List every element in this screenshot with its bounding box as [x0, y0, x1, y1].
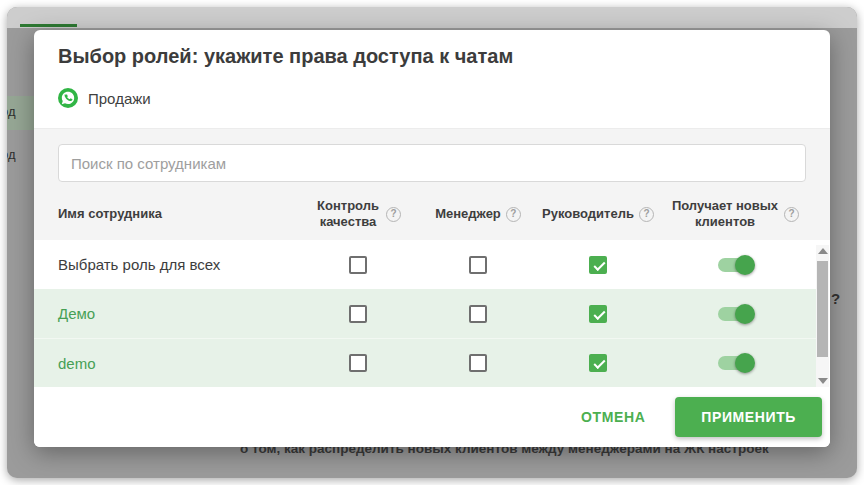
supervisor-checkbox[interactable]	[589, 354, 607, 372]
table-row: demo	[34, 338, 818, 387]
manager-checkbox[interactable]	[469, 256, 487, 274]
scroll-down-icon[interactable]	[818, 378, 828, 384]
table-row: Демо	[34, 289, 818, 338]
quality-control-checkbox[interactable]	[349, 354, 367, 372]
search-and-header-section: Имя сотрудника Контроль качества ? Менед…	[34, 128, 830, 240]
active-tab-indicator	[20, 24, 77, 27]
background-tab-bar	[7, 7, 857, 28]
cancel-button[interactable]: ОТМЕНА	[581, 409, 645, 425]
receives-new-clients-toggle[interactable]	[718, 258, 752, 272]
table-body: Выбрать роль для всех Демо demo	[34, 240, 830, 388]
help-icon[interactable]: ?	[506, 207, 521, 222]
quality-control-checkbox[interactable]	[349, 305, 367, 323]
column-label: Руководитель	[542, 206, 634, 222]
column-header-quality-control: Контроль качества ?	[304, 198, 412, 231]
receives-new-clients-toggle[interactable]	[718, 356, 752, 370]
employee-search-input[interactable]	[58, 144, 806, 182]
table-row: Выбрать роль для всех	[34, 240, 818, 289]
manager-checkbox[interactable]	[469, 305, 487, 323]
apply-button[interactable]: ПРИМЕНИТЬ	[675, 397, 822, 437]
employee-name: demo	[34, 355, 304, 372]
column-label: Менеджер	[435, 206, 501, 222]
scrollbar-thumb[interactable]	[817, 261, 828, 357]
whatsapp-icon	[58, 88, 78, 108]
channel-row: Продажи	[58, 88, 151, 108]
background-text-fragment: од	[7, 104, 16, 119]
table-scrollbar[interactable]	[816, 245, 829, 387]
background-text-fragment: од	[7, 147, 16, 162]
role-selection-dialog: Выбор ролей: укажите права доступа к чат…	[34, 30, 830, 447]
employee-name: Выбрать роль для всех	[34, 256, 304, 273]
column-header-manager: Менеджер ?	[412, 206, 544, 222]
table-header-row: Имя сотрудника Контроль качества ? Менед…	[34, 189, 818, 239]
background-help-glyph: ?	[831, 290, 840, 307]
column-label: Получает новых клиентов	[671, 198, 779, 231]
quality-control-checkbox[interactable]	[349, 256, 367, 274]
column-label: Имя сотрудника	[58, 206, 162, 222]
toggle-knob	[735, 304, 755, 324]
screen: од од ? о том, как распределить новых кл…	[0, 0, 864, 485]
employee-name: Демо	[34, 305, 304, 322]
dialog-footer: ОТМЕНА ПРИМЕНИТЬ	[34, 387, 830, 447]
scroll-up-icon[interactable]	[818, 248, 828, 254]
toggle-knob	[735, 353, 755, 373]
toggle-knob	[735, 255, 755, 275]
column-header-supervisor: Руководитель ?	[544, 206, 652, 222]
help-icon[interactable]: ?	[784, 207, 799, 222]
supervisor-checkbox[interactable]	[589, 305, 607, 323]
column-header-name: Имя сотрудника	[34, 206, 304, 222]
help-icon[interactable]: ?	[386, 207, 401, 222]
column-label: Контроль качества	[315, 198, 381, 231]
receives-new-clients-toggle[interactable]	[718, 307, 752, 321]
channel-name: Продажи	[88, 90, 151, 107]
supervisor-checkbox[interactable]	[589, 256, 607, 274]
dialog-title: Выбор ролей: укажите права доступа к чат…	[58, 45, 513, 68]
manager-checkbox[interactable]	[469, 354, 487, 372]
column-header-new-clients: Получает новых клиентов ?	[652, 198, 818, 231]
